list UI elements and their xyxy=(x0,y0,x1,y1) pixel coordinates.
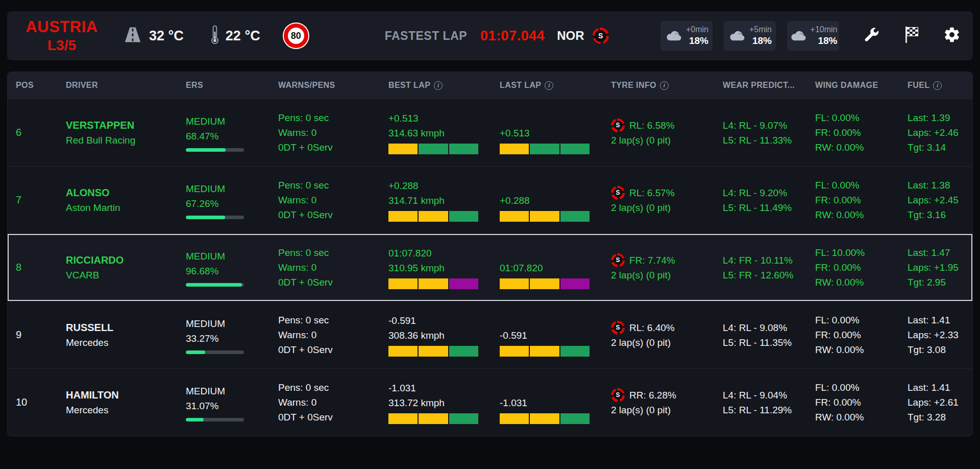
fuel-target: Tgt: 3.08 xyxy=(908,342,964,357)
best-lap-sector-bar xyxy=(388,346,478,357)
session-header: AUSTRIA L3/5 32 °C 22 °C 80 FASTEST LAP … xyxy=(7,11,973,60)
driver-team: Aston Martin xyxy=(66,200,186,216)
settings-button[interactable] xyxy=(943,26,961,45)
warns-pens-cell: Pens: 0 sec Warns: 0 0DT + 0Serv xyxy=(278,313,388,357)
warns-pens-cell: Pens: 0 sec Warns: 0 0DT + 0Serv xyxy=(278,380,388,425)
col-driver: DRIVER xyxy=(66,81,186,90)
ers-mode: MEDIUM xyxy=(186,114,278,129)
tyre-laps: 2 lap(s) (0 pit) xyxy=(611,403,723,417)
sector-2-segment xyxy=(530,413,559,424)
fuel-target: Tgt: 3.28 xyxy=(908,410,964,425)
last-lap-cell: 01:07.820 xyxy=(500,246,611,289)
rain-chance: 18% xyxy=(749,35,772,46)
track-name: AUSTRIA xyxy=(23,18,100,36)
best-lap-speed: 308.36 kmph xyxy=(388,328,500,343)
ers-bar-fill xyxy=(186,148,226,152)
warnings: Warns: 0 xyxy=(278,260,388,275)
table-row[interactable]: 10 HAMILTON Mercedes MEDIUM 31.07% Pens:… xyxy=(8,368,972,436)
ers-percentage: 68.47% xyxy=(186,129,278,144)
ers-mode: MEDIUM xyxy=(186,181,278,196)
col-warns-pens: WARNS/PENS xyxy=(278,81,388,90)
best-lap-delta: +0.288 xyxy=(388,178,500,193)
front-left-wing: FL: 0.00% xyxy=(815,110,908,125)
best-lap-cell: 01:07.820 310.95 kmph xyxy=(388,246,500,289)
wear-prediction-cell: L4: RL - 9.04% L5: RL - 11.29% xyxy=(723,388,815,417)
tyre-compound-letter: S xyxy=(614,323,623,332)
col-label: POS xyxy=(16,81,34,90)
info-icon[interactable] xyxy=(933,81,942,90)
fastest-lap-panel: FASTEST LAP 01:07.044 NOR S xyxy=(385,28,609,44)
air-temp-value: 22 °C xyxy=(226,28,260,44)
cloud-icon xyxy=(728,28,746,44)
spacer xyxy=(500,178,611,193)
fuel-laps: Laps: +2.61 xyxy=(908,395,964,410)
best-lap-speed: 310.95 kmph xyxy=(388,261,500,275)
info-icon[interactable] xyxy=(660,81,669,90)
drive-through-serve: 0DT + 0Serv xyxy=(278,275,388,290)
sector-3-segment xyxy=(449,144,478,154)
fuel-cell: Last: 1.41 Laps: +2.33 Tgt: 3.08 xyxy=(908,313,964,357)
info-icon[interactable] xyxy=(545,81,553,90)
position: 10 xyxy=(16,396,66,408)
sector-2-segment xyxy=(419,278,448,289)
setup-wrench-button[interactable] xyxy=(863,26,880,45)
rear-wing: RW: 0.00% xyxy=(815,342,908,357)
last-lap-sector-bar xyxy=(500,346,590,357)
ers-cell: MEDIUM 96.68% xyxy=(186,249,278,287)
wear-prediction-cell: L4: RL - 9.20% L5: RL - 11.49% xyxy=(723,185,815,215)
last-lap-sector-bar xyxy=(500,413,590,424)
table-row[interactable]: 9 RUSSELL Mercedes MEDIUM 33.27% Pens: 0… xyxy=(8,301,972,368)
table-row[interactable]: 7 ALONSO Aston Martin MEDIUM 67.26% Pens… xyxy=(8,166,972,233)
fuel-laps: Laps: +2.33 xyxy=(908,327,964,342)
sector-3-segment xyxy=(449,413,478,424)
ers-percentage: 33.27% xyxy=(186,331,278,346)
wear-prediction-lap5: L5: FR - 12.60% xyxy=(723,268,815,283)
table-row[interactable]: 8 RICCIARDO VCARB MEDIUM 96.68% Pens: 0 … xyxy=(8,233,972,301)
rain-chance: 18% xyxy=(686,35,708,46)
fastest-lap-driver: NOR xyxy=(557,29,584,43)
driver-cell: ALONSO Aston Martin xyxy=(66,185,186,216)
col-label: BEST LAP xyxy=(388,81,430,90)
wing-damage-cell: FL: 0.00% FR: 0.00% RW: 0.00% xyxy=(815,178,908,222)
driver-cell: VERSTAPPEN Red Bull Racing xyxy=(66,118,186,148)
ers-cell: MEDIUM 67.26% xyxy=(186,181,278,219)
penalties: Pens: 0 sec xyxy=(278,110,388,125)
sector-2-segment xyxy=(530,144,559,154)
ers-cell: MEDIUM 68.47% xyxy=(186,114,278,152)
race-control-flag-button[interactable] xyxy=(903,26,920,46)
best-lap-sector-bar xyxy=(388,144,478,154)
weather-forecast-0min[interactable]: +0min 18% xyxy=(660,21,713,51)
fuel-target: Tgt: 3.14 xyxy=(908,140,964,155)
col-tyre-info: TYRE INFO xyxy=(611,81,723,90)
tyre-wear: RR: 6.28% xyxy=(629,388,676,403)
rear-wing: RW: 0.00% xyxy=(815,207,908,222)
timing-table: POS DRIVER ERS WARNS/PENS BEST LAP LAST … xyxy=(7,72,973,436)
rear-wing: RW: 0.00% xyxy=(815,275,908,290)
tyre-laps: 2 lap(s) (0 pit) xyxy=(611,200,723,215)
col-last-lap: LAST LAP xyxy=(500,81,611,90)
rear-wing: RW: 0.00% xyxy=(815,140,908,155)
wear-prediction-lap4: L4: RL - 9.20% xyxy=(723,185,815,200)
tyre-wear: FR: 7.74% xyxy=(629,253,675,268)
weather-forecast-5min[interactable]: +5min 18% xyxy=(724,21,776,51)
warnings: Warns: 0 xyxy=(278,125,388,140)
front-left-wing: FL: 0.00% xyxy=(815,313,908,327)
front-left-wing: FL: 10.00% xyxy=(815,245,908,260)
sector-1-segment xyxy=(500,346,529,357)
col-fuel: FUEL xyxy=(908,81,964,90)
wear-prediction-lap4: L4: RL - 9.08% xyxy=(723,320,815,335)
front-left-wing: FL: 0.00% xyxy=(815,178,908,193)
info-icon[interactable] xyxy=(434,81,443,90)
sector-2-segment xyxy=(419,346,448,357)
wing-damage-cell: FL: 0.00% FR: 0.00% RW: 0.00% xyxy=(815,380,908,425)
table-row[interactable]: 6 VERSTAPPEN Red Bull Racing MEDIUM 68.4… xyxy=(8,99,972,166)
weather-forecast-10min[interactable]: +10min 18% xyxy=(787,21,839,51)
tyre-info-cell: S RL: 6.58% 2 lap(s) (0 pit) xyxy=(611,118,723,148)
sector-2-segment xyxy=(530,346,559,357)
sector-2-segment xyxy=(419,211,448,222)
col-wear-prediction: WEAR PREDICT... xyxy=(723,81,815,90)
wing-damage-cell: FL: 10.00% FR: 0.00% RW: 0.00% xyxy=(815,245,908,290)
header-actions: +0min 18% +5min 18% xyxy=(649,21,961,51)
spacer xyxy=(500,381,611,395)
driver-name: RUSSELL xyxy=(66,320,186,335)
